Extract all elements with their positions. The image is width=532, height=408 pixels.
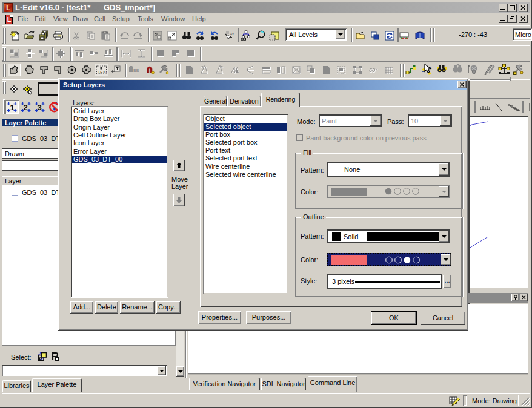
svg-text:60°: 60°	[369, 67, 377, 73]
svg-text:TEXT: TEXT	[98, 70, 108, 74]
svg-text:BB: BB	[133, 68, 139, 73]
svg-text:xy: xy	[230, 31, 234, 35]
